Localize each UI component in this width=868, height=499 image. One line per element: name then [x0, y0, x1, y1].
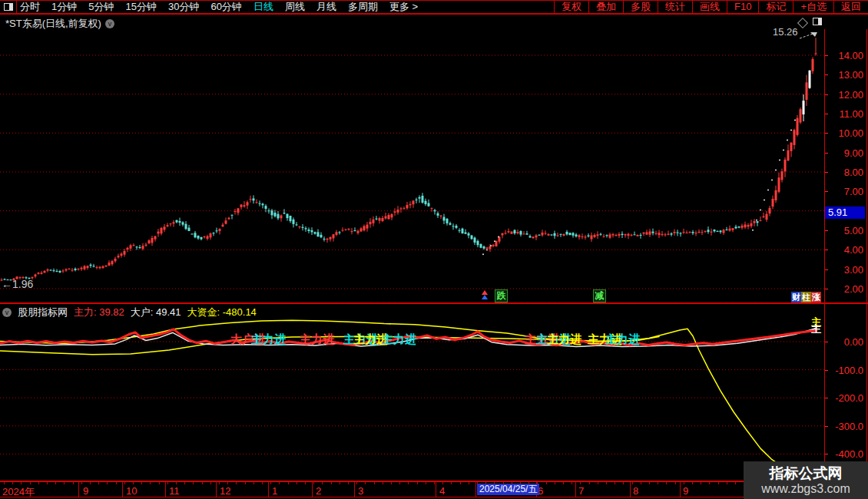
week-tick: [193, 482, 194, 484]
signal-badge: 减: [593, 289, 606, 302]
toolbar-divider: [16, 1, 17, 13]
tab-period-15min[interactable]: 15分钟: [125, 1, 156, 13]
candlestick-plot: [0, 29, 824, 302]
up-triangle-icon: [482, 295, 488, 299]
selected-price-badge: 5.91: [825, 207, 865, 219]
week-tick: [580, 482, 581, 484]
week-tick: [253, 482, 254, 484]
panel-signal-text: 主力进: [300, 333, 334, 345]
week-tick: [64, 482, 65, 484]
tab-period-daily[interactable]: 日线: [253, 1, 273, 13]
week-tick: [202, 482, 203, 484]
low-price-label: ←1.96: [2, 279, 33, 289]
draw-line-button[interactable]: 画线: [692, 1, 727, 13]
month-label: 8: [633, 485, 638, 497]
line-end-marker: 主: [811, 323, 821, 335]
week-tick: [451, 482, 452, 484]
panel-chevron-icon[interactable]: v: [2, 308, 12, 317]
price-axis-label: 14.00: [838, 51, 863, 61]
month-label: 11: [169, 485, 180, 497]
week-tick: [270, 482, 271, 484]
mark-button[interactable]: 标记: [758, 1, 793, 13]
overlay-button[interactable]: 叠加: [588, 1, 623, 13]
week-tick: [90, 482, 91, 484]
week-tick: [81, 482, 82, 484]
week-tick: [176, 482, 177, 484]
signal-cell: 财: [791, 292, 801, 303]
legend-item: 大户: 49.41: [131, 306, 181, 319]
week-tick: [546, 482, 547, 484]
week-tick: [219, 482, 220, 484]
week-tick: [383, 482, 383, 484]
add-watchlist-button[interactable]: +自选: [793, 1, 833, 13]
month-separator: [575, 482, 576, 497]
week-tick: [322, 482, 323, 484]
month-separator: [436, 482, 436, 497]
week-tick: [735, 482, 736, 484]
month-label: 1: [272, 485, 277, 497]
month-separator: [680, 482, 681, 497]
week-tick: [718, 482, 719, 484]
diamond-icon[interactable]: [797, 18, 808, 28]
month-label: 2024年: [2, 485, 35, 499]
week-tick: [469, 482, 469, 484]
week-tick: [348, 482, 349, 484]
indicator-panel[interactable]: [0, 304, 824, 481]
tab-period-30min[interactable]: 30分钟: [168, 1, 199, 13]
tab-more-menu[interactable]: 更多 >: [389, 1, 418, 13]
f10-button[interactable]: F10: [727, 1, 758, 13]
high-arrow-icon: [799, 29, 819, 41]
month-label: 4: [439, 485, 445, 497]
week-tick: [159, 482, 160, 484]
week-tick: [133, 482, 134, 484]
week-tick: [615, 482, 615, 484]
adjust-button[interactable]: 复权: [554, 1, 588, 13]
month-label: 12: [220, 485, 230, 497]
price-axis-label: 8.00: [844, 167, 863, 177]
window-icon[interactable]: [813, 18, 822, 25]
week-tick: [374, 482, 375, 484]
week-tick: [563, 482, 564, 484]
week-tick: [30, 482, 31, 484]
month-label: 9: [83, 485, 88, 497]
indicator-plot: [0, 304, 824, 481]
month-separator: [122, 482, 123, 497]
week-tick: [47, 482, 48, 484]
week-tick: [641, 482, 641, 484]
signal-cell: 柱: [801, 292, 811, 303]
tab-period-multi[interactable]: 多周期: [348, 1, 378, 13]
price-axis-label: 9.00: [844, 148, 863, 158]
panel-signal-text: 主力进: [605, 333, 640, 345]
week-tick: [297, 482, 297, 484]
window-split-icon[interactable]: [4, 3, 13, 11]
back-button[interactable]: 返回: [833, 1, 868, 13]
time-axis[interactable]: 2024年9101112123467892025/04/25/五: [0, 481, 868, 497]
tab-period-monthly[interactable]: 月线: [316, 1, 336, 13]
week-tick: [4, 482, 5, 484]
chevron-down-icon[interactable]: v: [105, 19, 114, 28]
stats-button[interactable]: 统计: [658, 1, 692, 13]
price-axis-label: 11.00: [839, 109, 863, 119]
signal-cell: 涨: [811, 292, 821, 303]
price-axis: 14.0013.0012.0011.0010.009.008.007.006.0…: [824, 29, 868, 302]
week-tick: [460, 482, 461, 484]
watermark-title: 指标公式网: [770, 465, 843, 482]
week-tick: [701, 482, 701, 484]
tab-period-weekly[interactable]: 周线: [285, 1, 305, 13]
price-axis-label: 12.00: [838, 90, 863, 100]
main-candle-chart[interactable]: [0, 29, 824, 302]
multi-stock-button[interactable]: 多股: [623, 1, 658, 13]
week-tick: [555, 482, 555, 484]
tab-period-60min[interactable]: 60分钟: [210, 1, 241, 13]
month-label: 9: [683, 485, 688, 497]
week-tick: [623, 482, 624, 484]
tab-period-5min[interactable]: 5分钟: [88, 1, 114, 13]
signal-badge-group: 财柱涨: [791, 292, 821, 303]
month-separator: [165, 482, 166, 497]
panel-signal-text: 主力进: [382, 333, 416, 345]
tab-period-fenshi[interactable]: 分时: [20, 1, 40, 13]
week-tick: [709, 482, 710, 484]
tab-period-1min[interactable]: 1分钟: [51, 1, 77, 13]
indicator-axis-label: -300.0: [835, 421, 863, 431]
price-axis-label: 3.00: [844, 265, 863, 275]
